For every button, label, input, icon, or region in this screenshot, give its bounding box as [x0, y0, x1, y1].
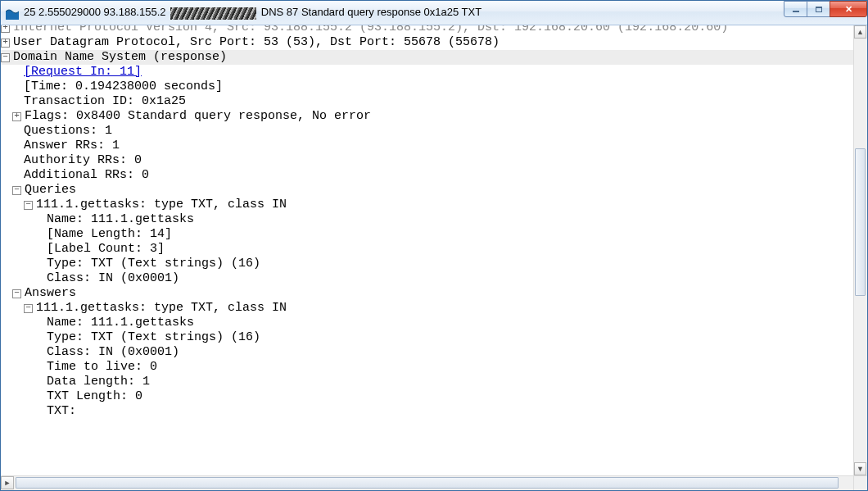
packet-tree[interactable]: Internet Protocol Version 4, Src: 93.188…	[1, 25, 853, 475]
minimize-button[interactable]	[784, 1, 807, 17]
tree-row-udp[interactable]: User Datagram Protocol, Src Port: 53 (53…	[1, 35, 853, 50]
horizontal-scrollbar[interactable]: ◄ ►	[1, 475, 853, 490]
tree-row-a-type[interactable]: Type: TXT (Text strings) (16)	[1, 330, 853, 345]
tree-row-q-name-length[interactable]: [Name Length: 14]	[1, 227, 853, 242]
packet-details-window: 25 2.555029000 93.188.155.2 DNS 87 Stand…	[0, 0, 868, 491]
scroll-right-button[interactable]: ►	[1, 476, 14, 489]
tree-row-answers[interactable]: Answers	[1, 286, 853, 301]
tree-row-ip[interactable]: Internet Protocol Version 4, Src: 93.188…	[1, 25, 853, 35]
maximize-button[interactable]	[807, 1, 830, 17]
tree-row-flags[interactable]: Flags: 0x8400 Standard query response, N…	[1, 109, 853, 124]
collapse-icon[interactable]	[1, 53, 10, 62]
collapse-icon[interactable]	[24, 304, 33, 313]
scroll-up-button[interactable]: ▲	[854, 25, 866, 39]
tree-row-dns-header[interactable]: Domain Name System (response)	[1, 50, 853, 65]
tree-row-time[interactable]: [Time: 0.194238000 seconds]	[1, 80, 853, 94]
close-button[interactable]: ✕	[830, 1, 867, 17]
tree-row-a-ttl[interactable]: Time to live: 0	[1, 360, 853, 375]
vertical-scrollbar[interactable]: ▲ ▼	[853, 25, 867, 475]
tree-row-q-name[interactable]: Name: 111.1.gettasks	[1, 212, 853, 227]
tree-row-txn-id[interactable]: Transaction ID: 0x1a25	[1, 94, 853, 109]
tree-row-q-class[interactable]: Class: IN (0x0001)	[1, 271, 853, 286]
wireshark-icon	[6, 7, 19, 20]
scroll-corner	[853, 475, 867, 490]
expand-icon[interactable]	[12, 112, 21, 121]
window-title: 25 2.555029000 93.188.155.2 DNS 87 Stand…	[24, 6, 481, 19]
tree-row-a-class[interactable]: Class: IN (0x0001)	[1, 345, 853, 360]
collapse-icon[interactable]	[12, 289, 21, 298]
vertical-scroll-thumb[interactable]	[855, 148, 866, 296]
horizontal-scroll-thumb[interactable]	[16, 477, 839, 489]
tree-row-authority-rrs[interactable]: Authority RRs: 0	[1, 153, 853, 168]
expand-icon[interactable]	[1, 25, 10, 33]
scroll-down-button[interactable]: ▼	[854, 462, 866, 475]
tree-row-a-data-length[interactable]: Data length: 1	[1, 375, 853, 389]
tree-row-a-txt-length[interactable]: TXT Length: 0	[1, 389, 853, 404]
tree-row-queries[interactable]: Queries	[1, 183, 853, 198]
client-area: Internet Protocol Version 4, Src: 93.188…	[1, 25, 867, 490]
tree-row-answer-item[interactable]: 111.1.gettasks: type TXT, class IN	[1, 301, 853, 316]
expand-icon[interactable]	[1, 39, 10, 48]
request-in-link[interactable]: [Request In: 11]	[24, 65, 142, 79]
tree-row-q-label-count[interactable]: [Label Count: 3]	[1, 242, 853, 257]
tree-row-answer-rrs[interactable]: Answer RRs: 1	[1, 139, 853, 153]
redacted-segment	[170, 7, 256, 20]
titlebar[interactable]: 25 2.555029000 93.188.155.2 DNS 87 Stand…	[1, 1, 867, 25]
tree-row-query-item[interactable]: 111.1.gettasks: type TXT, class IN	[1, 198, 853, 212]
tree-row-request-in[interactable]: [Request In: 11]	[1, 65, 853, 80]
tree-row-questions[interactable]: Questions: 1	[1, 124, 853, 139]
window-controls: ✕	[784, 1, 867, 17]
tree-row-a-txt[interactable]: TXT:	[1, 404, 853, 419]
collapse-icon[interactable]	[12, 186, 21, 195]
tree-row-q-type[interactable]: Type: TXT (Text strings) (16)	[1, 257, 853, 271]
tree-row-a-name[interactable]: Name: 111.1.gettasks	[1, 316, 853, 330]
tree-row-additional-rrs[interactable]: Additional RRs: 0	[1, 168, 853, 183]
collapse-icon[interactable]	[24, 201, 33, 210]
